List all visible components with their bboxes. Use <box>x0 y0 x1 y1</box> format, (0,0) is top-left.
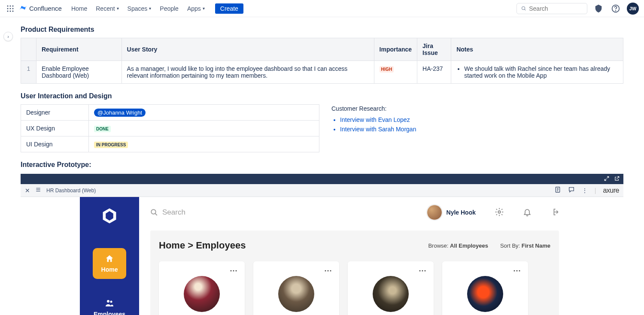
sidebar-expand-icon[interactable]: › <box>3 32 13 41</box>
employee-card[interactable]: ⋯ Bevan Hilton Creative Director <box>442 261 528 315</box>
card-menu-icon[interactable]: ⋯ <box>166 267 238 274</box>
col-num <box>21 38 36 61</box>
cell-label: UI Design <box>21 136 89 152</box>
search-icon <box>150 209 158 216</box>
svg-line-23 <box>155 213 157 215</box>
research-link[interactable]: Interview with Sarah Morgan <box>340 126 416 133</box>
comment-icon[interactable] <box>568 186 575 194</box>
confluence-logo[interactable]: Confluence <box>19 3 62 13</box>
svg-point-2 <box>12 5 14 6</box>
cell-value: @Johanna Wright <box>89 105 319 121</box>
svg-point-24 <box>498 211 501 213</box>
employee-card[interactable]: ⋯ Samuel Dougherty Front End Development <box>348 261 434 315</box>
col-jira: Jira Issue <box>417 38 451 61</box>
svg-line-10 <box>525 9 526 10</box>
svg-point-8 <box>12 10 14 12</box>
card-menu-icon[interactable]: ⋯ <box>449 267 521 274</box>
avatar <box>373 276 409 312</box>
section-prototype-heading: Interactive Prototype: <box>21 161 623 169</box>
logout-icon[interactable] <box>550 208 559 218</box>
svg-point-0 <box>7 5 9 6</box>
svg-point-5 <box>12 8 14 9</box>
home-icon <box>105 254 114 264</box>
proto-nav-employees[interactable]: Employees <box>85 292 134 315</box>
col-importance: Importance <box>374 38 417 61</box>
svg-point-4 <box>10 8 11 9</box>
search-input[interactable] <box>529 5 583 12</box>
bell-icon[interactable] <box>523 208 532 218</box>
app-switcher-icon[interactable] <box>5 3 15 14</box>
nav-apps[interactable]: Apps▾ <box>184 3 208 14</box>
proto-app-logo-icon <box>100 206 119 227</box>
proto-search[interactable]: Search <box>150 208 185 217</box>
col-user-story: User Story <box>122 38 374 61</box>
help-icon[interactable] <box>610 3 622 15</box>
svg-point-21 <box>110 301 112 303</box>
proto-sidebar: Home Employees <box>80 197 139 315</box>
chevron-down-icon: ▾ <box>149 6 151 11</box>
card-menu-icon[interactable]: ⋯ <box>355 267 427 274</box>
user-mention[interactable]: @Johanna Wright <box>94 109 146 117</box>
nav-home[interactable]: Home <box>68 3 91 14</box>
product-name: Confluence <box>29 5 62 12</box>
embed-toolbar: ✕ HR Dashboard (Web) ⋮ | axure <box>21 184 623 197</box>
user-avatar[interactable]: JW <box>627 3 639 15</box>
notifications-icon[interactable] <box>592 3 605 15</box>
table-row: 1 Enable Employee Dashboard (Web) As a m… <box>21 61 623 84</box>
embed-topbar <box>21 174 623 184</box>
proto-main: Search Nyle Hook <box>139 197 570 315</box>
close-icon[interactable]: ✕ <box>25 187 30 194</box>
chevron-down-icon: ▾ <box>203 6 205 11</box>
top-nav: Confluence Home Recent▾ Spaces▾ People A… <box>0 0 644 17</box>
create-button[interactable]: Create <box>215 3 243 14</box>
open-external-icon[interactable] <box>614 176 620 183</box>
avatar <box>184 276 220 312</box>
axure-logo: axure <box>603 187 619 194</box>
sort-filter[interactable]: Sort By: First Name <box>500 242 550 249</box>
breadcrumb: Home > Employees <box>159 240 246 251</box>
gear-icon[interactable] <box>495 207 504 218</box>
more-icon[interactable]: ⋮ <box>582 187 588 194</box>
menu-icon[interactable] <box>35 187 41 194</box>
requirements-table: Requirement User Story Importance Jira I… <box>21 38 623 84</box>
svg-point-22 <box>151 209 156 214</box>
proto-user[interactable]: Nyle Hook <box>427 205 476 220</box>
search-box[interactable] <box>516 3 587 14</box>
expand-icon[interactable] <box>604 176 610 183</box>
section-design-heading: User Interaction and Design <box>21 92 623 100</box>
proto-nav-home[interactable]: Home <box>93 248 127 279</box>
svg-point-6 <box>7 10 9 12</box>
card-menu-icon[interactable]: ⋯ <box>260 267 332 274</box>
cell-requirement: Enable Employee Dashboard (Web) <box>36 61 122 84</box>
avatar <box>278 276 314 312</box>
nav-spaces[interactable]: Spaces▾ <box>124 3 155 14</box>
cell-importance: HIGH <box>374 61 417 84</box>
col-requirement: Requirement <box>36 38 122 61</box>
cell-value: IN PROGRESS <box>89 136 319 152</box>
table-row: Designer @Johanna Wright <box>21 105 319 121</box>
cell-label: UX Design <box>21 121 89 136</box>
avatar <box>467 276 503 312</box>
people-icon <box>104 298 115 308</box>
employee-card[interactable]: ⋯ Safia Lynn Developer <box>253 261 339 315</box>
cell-label: Designer <box>21 105 89 121</box>
embed-title: HR Dashboard (Web) <box>46 188 96 194</box>
employee-card[interactable]: ⋯ Shannan Hurst Product Manager <box>159 261 245 315</box>
notes-icon[interactable] <box>554 186 561 194</box>
svg-point-3 <box>7 8 9 9</box>
search-icon <box>521 6 526 12</box>
prototype-frame: Home Employees Search <box>21 197 623 315</box>
research-link[interactable]: Interview with Evan Lopez <box>340 116 410 123</box>
avatar <box>427 205 442 220</box>
browse-filter[interactable]: Browse: All Employees <box>428 242 488 249</box>
status-badge: DONE <box>94 126 111 132</box>
prototype-embed: ✕ HR Dashboard (Web) ⋮ | axure <box>21 174 623 315</box>
proto-user-name: Nyle Hook <box>447 209 476 216</box>
confluence-icon <box>19 3 27 13</box>
design-table: Designer @Johanna Wright UX Design DONE … <box>21 104 319 152</box>
nav-people[interactable]: People <box>156 3 182 14</box>
svg-point-7 <box>10 10 11 12</box>
nav-recent[interactable]: Recent▾ <box>92 3 122 14</box>
importance-badge: HIGH <box>380 66 394 73</box>
svg-point-1 <box>10 5 11 6</box>
